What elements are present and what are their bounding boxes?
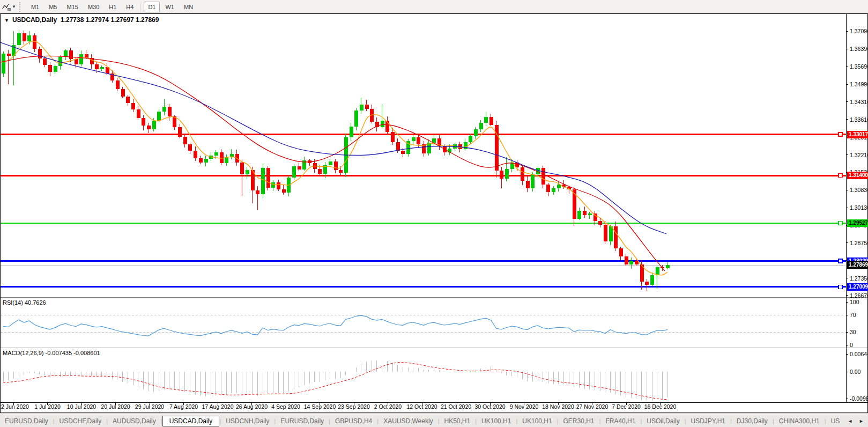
candle-body: [277, 182, 280, 189]
candle-body: [64, 50, 68, 56]
symbol-tab-bar: EURUSD,Daily|USDCHF,Daily|AUDUSD,Daily|U…: [0, 414, 868, 427]
line-handle[interactable]: [839, 132, 842, 136]
candle-body: [282, 189, 286, 193]
candle-body: [417, 137, 420, 144]
level-price-chip: 1.31400: [847, 172, 868, 179]
candle-body: [266, 168, 270, 188]
line-handle[interactable]: [839, 174, 842, 178]
symbol-tab-gbpusd-h4[interactable]: GBPUSD,H4: [330, 417, 377, 425]
candle-body: [645, 282, 649, 285]
candle-body: [225, 157, 228, 163]
line-handle[interactable]: [839, 259, 842, 263]
candle-body: [147, 126, 151, 129]
candle-body: [137, 109, 140, 118]
candle-body: [7, 54, 11, 56]
candle-body: [432, 138, 436, 143]
price-axis-tick: 1.33610: [850, 116, 868, 123]
candle-body: [131, 103, 135, 109]
date-axis-label: 17 Aug 2020: [202, 403, 234, 410]
symbol-tab-usdcad-daily[interactable]: USDCAD,Daily: [162, 416, 220, 426]
candle-body: [240, 163, 244, 174]
candle-body: [157, 112, 161, 121]
date-axis-label: 10 Jul 2020: [67, 403, 96, 410]
chart-symbol-label: USDCAD,Daily: [12, 16, 57, 24]
candle-body: [38, 49, 42, 58]
symbol-tab-eurusd-daily[interactable]: EURUSD,Daily: [276, 417, 329, 425]
candle-body: [292, 166, 296, 178]
candle-body: [609, 226, 613, 241]
rsi-axis-tick: 30: [850, 328, 856, 336]
candle-body: [464, 142, 468, 149]
candle-body: [469, 136, 472, 142]
symbol-tab-dj30-daily[interactable]: DJ30,Daily: [732, 417, 773, 425]
candle-body: [484, 117, 488, 122]
chart-canvas[interactable]: [0, 0, 868, 427]
candle-body: [142, 118, 145, 126]
price-axis-tick: 1.30830: [850, 186, 868, 194]
date-axis-label: 7 Dec 2020: [612, 403, 641, 410]
date-axis-label: 4 Sep 2020: [271, 403, 300, 410]
date-axis-label: 21 Oct 2020: [441, 403, 471, 410]
line-handle[interactable]: [839, 221, 842, 225]
candle-body: [381, 121, 384, 127]
candle-body: [168, 107, 172, 117]
candle-body: [204, 159, 208, 162]
candle-body: [318, 169, 322, 174]
candle-body: [629, 261, 633, 264]
date-axis-label: 22 Jun 2020: [0, 403, 29, 410]
symbol-tab-xauusd-weekly[interactable]: XAUUSD,Weekly: [379, 417, 437, 425]
candle-body: [100, 67, 104, 70]
chart-title: ▼USDCAD,Daily 1.27738 1.27974 1.27697 1.…: [4, 16, 159, 24]
collapse-arrow-icon[interactable]: ▼: [4, 18, 9, 23]
date-axis-label: 23 Sep 2020: [338, 403, 370, 410]
symbol-tab-usoil-daily[interactable]: USOil,Daily: [642, 417, 684, 425]
candle-body: [43, 58, 47, 65]
symbol-tab-usdcnh-daily[interactable]: USDCNH,Daily: [221, 417, 274, 425]
symbol-tab-usdchf-daily[interactable]: USDCHF,Daily: [55, 417, 107, 425]
candle-body: [2, 54, 5, 73]
symbol-tab-us[interactable]: US: [826, 417, 845, 425]
date-axis-label: 20 Jul 2020: [101, 403, 130, 410]
candle-body: [401, 151, 405, 154]
candle-body: [79, 54, 83, 64]
line-handle[interactable]: [839, 285, 842, 289]
current-price-chip: 1.27869: [847, 261, 868, 269]
symbol-tab-usdjpy-h1[interactable]: USDJPY,H1: [686, 417, 730, 425]
candle-body: [625, 256, 628, 264]
date-axis-label: 18 Nov 2020: [542, 403, 574, 410]
candle-body: [354, 111, 358, 127]
date-axis-label: 12 Oct 2020: [406, 403, 437, 410]
candle-body: [396, 142, 400, 151]
date-axis-label: 14 Sep 2020: [304, 403, 336, 410]
tab-scroll-arrows: ◄ ►: [844, 414, 867, 427]
price-axis-tick: 1.36390: [850, 45, 868, 53]
tab-scroll-left-icon[interactable]: ◄: [844, 418, 856, 424]
candle-body: [588, 214, 592, 215]
candle-body: [541, 168, 545, 185]
candle-body: [261, 168, 265, 194]
symbol-tab-audusd-daily[interactable]: AUDUSD,Daily: [108, 417, 161, 425]
symbol-tab-ger30-h1[interactable]: GER30,H1: [559, 417, 599, 425]
symbol-tab-china300-h1[interactable]: CHINA300,H1: [774, 417, 825, 425]
chart-ohlc-values: 1.27738 1.27974 1.27697 1.27869: [61, 16, 159, 24]
candle-body: [334, 161, 338, 170]
candle-body: [365, 105, 369, 109]
symbol-tab-fra40-h1[interactable]: FRA40,H1: [600, 417, 640, 425]
macd-label: MACD(12,26,9) -0.007435 -0.008601: [3, 350, 100, 356]
macd-axis-tick: 0.00: [850, 368, 860, 376]
candle-body: [531, 174, 535, 188]
candle-body: [69, 50, 73, 58]
symbol-tab-hk50-h1[interactable]: HK50,H1: [439, 417, 475, 425]
candle-body: [246, 170, 249, 174]
symbol-tab-uk100-h1[interactable]: UK100,H1: [517, 417, 557, 425]
candle-body: [183, 137, 187, 144]
candle-body: [48, 65, 52, 72]
candle-body: [298, 166, 301, 170]
candle-body: [666, 265, 670, 268]
tab-scroll-right-icon[interactable]: ►: [856, 418, 867, 424]
candle-body: [339, 170, 343, 173]
candle-body: [162, 107, 166, 112]
candle-body: [577, 211, 581, 218]
symbol-tab-eurusd-daily[interactable]: EURUSD,Daily: [0, 417, 53, 425]
symbol-tab-uk100-h1[interactable]: UK100,H1: [477, 417, 516, 425]
